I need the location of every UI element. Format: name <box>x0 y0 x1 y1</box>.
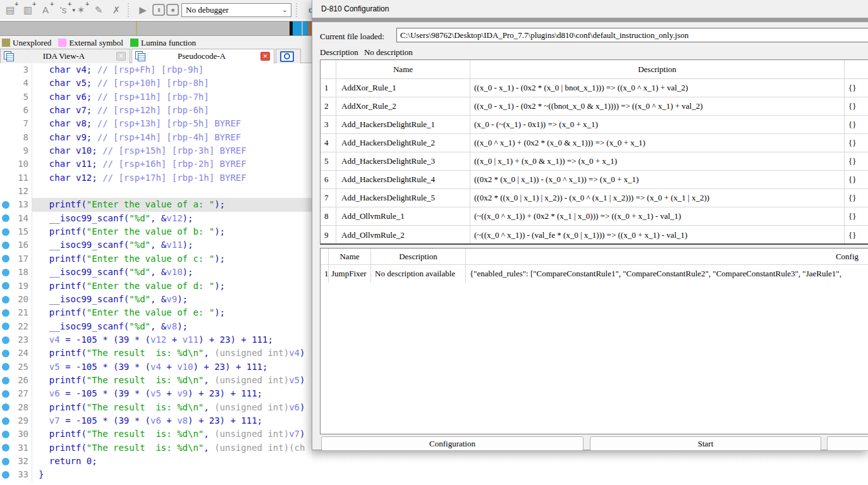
breakpoint-gutter[interactable] <box>0 77 11 90</box>
line-number: 19 <box>11 279 32 293</box>
breakpoint-icon[interactable] <box>2 471 9 479</box>
breakpoint-gutter[interactable] <box>0 320 11 333</box>
code-token: ); <box>214 254 225 264</box>
rules-table[interactable]: Name Description 1AddXor_Rule_1((x_0 - x… <box>320 59 868 245</box>
make-string-icon[interactable]: 's+▾ <box>55 3 71 18</box>
code-token: , & <box>150 294 166 304</box>
breakpoint-gutter[interactable] <box>0 279 11 293</box>
breakpoint-gutter[interactable] <box>0 185 11 198</box>
breakpoint-icon[interactable] <box>2 201 9 209</box>
breakpoint-icon[interactable] <box>2 228 9 236</box>
breakpoint-gutter[interactable] <box>0 414 11 427</box>
debugger-pause-icon[interactable]: II <box>152 4 165 16</box>
breakpoint-gutter[interactable] <box>0 171 11 185</box>
project-table[interactable]: Name Description Config 1JumpFixerNo des… <box>320 248 868 434</box>
breakpoint-gutter[interactable] <box>0 117 11 130</box>
tab-ida-view-a[interactable]: IDA View-A ✕ <box>0 49 130 63</box>
breakpoint-icon[interactable] <box>2 296 9 304</box>
debugger-play-icon[interactable]: ▶ <box>135 3 151 18</box>
header-rownum <box>321 249 329 264</box>
breakpoint-gutter[interactable] <box>0 427 11 441</box>
breakpoint-icon[interactable] <box>2 214 9 222</box>
table-row[interactable]: 1JumpFixerNo description available{"enab… <box>321 265 868 283</box>
breakpoint-gutter[interactable] <box>0 212 11 225</box>
tab-pseudocode-a[interactable]: Pseudocode-A ✕ <box>131 49 274 63</box>
table-row[interactable]: 4Add_HackersDelightRule_2((x_0 ^ x_1) + … <box>321 134 868 152</box>
make-data-icon[interactable]: ▥+ <box>20 3 36 18</box>
rule-config: {} <box>845 152 868 170</box>
toolbar-separator <box>128 3 131 17</box>
tab-partial[interactable] <box>276 49 301 63</box>
breakpoint-gutter[interactable] <box>0 63 11 77</box>
breakpoint-gutter[interactable] <box>0 144 11 157</box>
breakpoint-gutter[interactable] <box>0 387 11 400</box>
breakpoint-icon[interactable] <box>2 282 9 290</box>
code-token: v10 <box>166 267 182 277</box>
dialog-titlebar[interactable]: D-810 Configuration <box>312 0 868 18</box>
start-button[interactable]: Start <box>590 436 821 451</box>
breakpoint-gutter[interactable] <box>0 333 11 347</box>
breakpoint-gutter[interactable] <box>0 306 11 319</box>
breakpoint-gutter[interactable] <box>0 347 11 360</box>
line-number: 5 <box>11 90 32 104</box>
breakpoint-icon[interactable] <box>2 403 9 411</box>
make-name-icon[interactable]: A+ <box>37 3 54 18</box>
breakpoint-gutter[interactable] <box>0 157 11 171</box>
table-row[interactable]: 7Add_HackersDelightRule_5((0x2 * ((x_0 |… <box>321 189 868 207</box>
breakpoint-gutter[interactable] <box>0 266 11 279</box>
edit-icon[interactable]: ✎ <box>90 3 107 18</box>
breakpoint-gutter[interactable] <box>0 90 11 104</box>
undefine-icon[interactable]: ✗ <box>108 3 125 18</box>
close-icon[interactable]: ✕ <box>260 52 270 61</box>
breakpoint-gutter[interactable] <box>0 252 11 266</box>
breakpoint-icon[interactable] <box>2 377 9 384</box>
table-row[interactable]: 6Add_HackersDelightRule_4((0x2 * (x_0 | … <box>321 171 868 189</box>
close-icon[interactable]: ✕ <box>116 52 126 61</box>
rule-config: {} <box>845 226 868 244</box>
configuration-button[interactable]: Configuration <box>321 436 584 451</box>
breakpoint-gutter[interactable] <box>0 374 11 387</box>
table-row[interactable]: 3Add_HackersDelightRule_1(x_0 - (~(x_1) … <box>321 116 868 134</box>
breakpoint-gutter[interactable] <box>0 104 11 117</box>
breakpoint-gutter[interactable] <box>0 360 11 374</box>
breakpoint-icon[interactable] <box>2 417 9 425</box>
table-row[interactable]: 5Add_HackersDelightRule_3((x_0 | x_1) + … <box>321 152 868 171</box>
breakpoint-icon[interactable] <box>2 309 9 317</box>
make-array-icon[interactable]: ✶+ <box>73 3 89 18</box>
breakpoint-gutter[interactable] <box>0 293 11 306</box>
code-token: printf( <box>39 348 87 358</box>
breakpoint-gutter[interactable] <box>0 225 11 238</box>
breakpoint-icon[interactable] <box>2 242 9 249</box>
breakpoint-icon[interactable] <box>2 390 9 398</box>
breakpoint-gutter[interactable] <box>0 238 11 252</box>
breakpoint-gutter[interactable] <box>0 401 11 414</box>
breakpoint-icon[interactable] <box>2 336 9 344</box>
breakpoint-icon[interactable] <box>2 363 9 371</box>
code-token: ) + 23) + 111; <box>188 388 262 398</box>
breakpoint-icon[interactable] <box>2 350 9 357</box>
partial-button[interactable] <box>827 436 868 451</box>
breakpoint-icon[interactable] <box>2 444 9 451</box>
breakpoint-icon[interactable] <box>2 255 9 262</box>
circle-view-icon <box>280 51 294 62</box>
code-token: char v10; <box>39 145 102 156</box>
breakpoint-gutter[interactable] <box>0 198 11 211</box>
breakpoint-gutter[interactable] <box>0 455 11 468</box>
breakpoint-icon[interactable] <box>2 269 9 276</box>
table-row[interactable]: 2AddXor_Rule_2((x_0 - x_1) - (0x2 * ~((b… <box>321 97 868 116</box>
line-number: 3 <box>11 63 32 77</box>
breakpoint-gutter[interactable] <box>0 131 11 144</box>
breakpoint-gutter[interactable] <box>0 441 11 455</box>
make-code-icon[interactable]: ▤+ <box>2 3 18 18</box>
debugger-selector[interactable]: No debugger ⌄ <box>181 3 291 17</box>
table-row[interactable]: 1AddXor_Rule_1((x_0 - x_1) - (0x2 * (x_0… <box>321 79 868 97</box>
breakpoint-icon[interactable] <box>2 431 9 438</box>
rule-name: Add_HackersDelightRule_3 <box>336 152 470 170</box>
breakpoint-gutter[interactable] <box>0 468 11 481</box>
current-file-path-field[interactable]: C:\Users\98762\Desktop\IDA_Pro_7.7\plugi… <box>396 28 868 42</box>
breakpoint-icon[interactable] <box>2 322 9 330</box>
table-row[interactable]: 8Add_OllvmRule_1(~((x_0 ^ x_1)) + (0x2 *… <box>321 207 868 226</box>
breakpoint-icon[interactable] <box>2 458 9 465</box>
debugger-stop-icon[interactable]: ■ <box>166 4 179 16</box>
table-row[interactable]: 9Add_OllvmRule_2(~((x_0 ^ x_1)) - (val_f… <box>321 226 868 244</box>
